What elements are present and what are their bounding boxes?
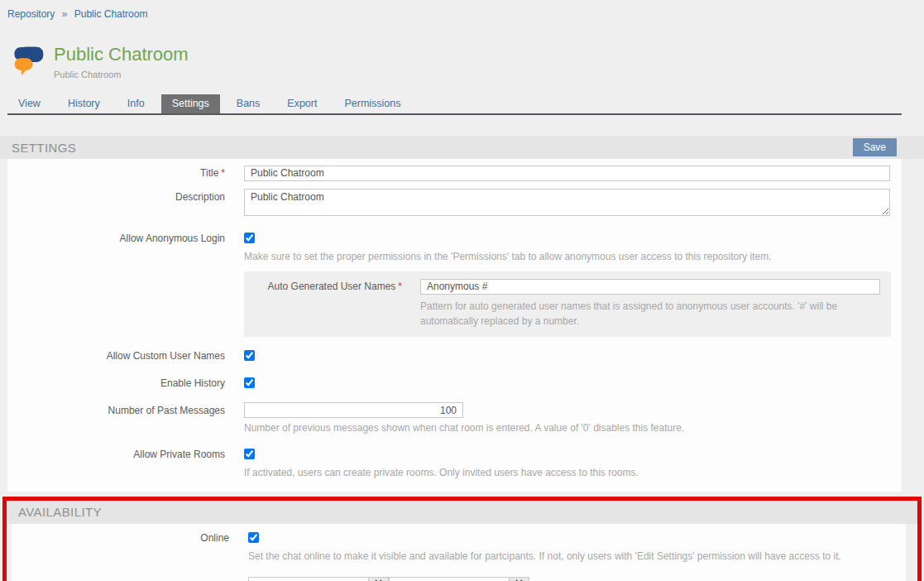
period-start-group: [248, 577, 389, 581]
tab-view[interactable]: View: [7, 94, 51, 113]
settings-section-header: SETTINGS Save: [0, 136, 924, 159]
number-of-past-messages-row: Number of Past Messages Number of previo…: [7, 402, 902, 436]
online-label: Online: [12, 530, 248, 544]
availability-section-title: AVAILABILITY: [18, 505, 102, 519]
period-start-input[interactable]: [248, 577, 369, 581]
enable-history-label: Enable History: [7, 375, 244, 389]
required-asterisk: *: [221, 167, 225, 179]
period-end-calendar-button[interactable]: [510, 577, 529, 581]
allow-custom-user-names-row: Allow Custom User Names: [7, 348, 902, 364]
tab-info[interactable]: Info: [117, 94, 156, 113]
enable-history-checkbox[interactable]: [244, 377, 255, 388]
allow-anonymous-login-checkbox[interactable]: [244, 233, 255, 243]
availability-form-panel: Online Set the chat online to make it vi…: [12, 524, 906, 581]
online-help: Set the chat online to make it visible a…: [248, 550, 902, 564]
title-label: Title*: [7, 165, 244, 179]
allow-private-rooms-label: Allow Private Rooms: [7, 446, 244, 460]
period-row: Period: [12, 577, 906, 581]
description-row: Description Public Chatroom: [7, 189, 902, 219]
online-row: Online Set the chat online to make it vi…: [12, 530, 906, 564]
number-of-past-messages-label: Number of Past Messages: [7, 402, 244, 416]
allow-private-rooms-row: Allow Private Rooms If activated, users …: [7, 446, 902, 480]
period-label: Period: [12, 577, 248, 581]
period-end-input[interactable]: [389, 577, 510, 581]
tab-settings[interactable]: Settings: [161, 94, 220, 113]
tab-bans[interactable]: Bans: [226, 94, 271, 113]
period-end-group: [389, 577, 529, 581]
allow-private-rooms-checkbox[interactable]: [244, 449, 255, 459]
auto-generated-user-names-label-text: Auto Generated User Names: [268, 281, 396, 292]
auto-generated-user-names-panel: Auto Generated User Names* Pattern for a…: [244, 271, 891, 337]
allow-anonymous-login-label: Allow Anonymous Login: [7, 230, 244, 244]
breadcrumb: Repository » Public Chatroom: [0, 0, 924, 20]
description-label: Description: [7, 189, 244, 203]
allow-anonymous-login-row: Allow Anonymous Login Make sure to set t…: [7, 230, 902, 264]
allow-anonymous-login-help: Make sure to set the proper permissions …: [244, 250, 898, 264]
required-asterisk: *: [398, 281, 402, 292]
tab-history[interactable]: History: [57, 94, 111, 113]
auto-generated-user-names-input[interactable]: [420, 279, 880, 295]
allow-custom-user-names-label: Allow Custom User Names: [7, 348, 244, 362]
tab-permissions[interactable]: Permissions: [333, 94, 411, 113]
title-label-text: Title: [200, 167, 218, 179]
page-header: Public Chatroom Public Chatroom: [12, 43, 924, 79]
title-row: Title*: [7, 165, 902, 181]
allow-private-rooms-help: If activated, users can create private r…: [244, 466, 898, 480]
settings-form-panel: Title* Description Public Chatroom Allow…: [7, 159, 902, 492]
availability-section-header: AVAILABILITY: [7, 501, 917, 524]
auto-generated-user-names-label: Auto Generated User Names*: [244, 278, 420, 292]
breadcrumb-separator: »: [62, 8, 68, 20]
number-of-past-messages-input[interactable]: [244, 402, 463, 418]
save-button-top[interactable]: Save: [853, 138, 897, 156]
tab-bar: View History Info Settings Bans Export P…: [7, 94, 902, 115]
allow-custom-user-names-checkbox[interactable]: [244, 350, 255, 361]
settings-section-title: SETTINGS: [12, 141, 76, 155]
chat-bubbles-icon: [12, 43, 45, 79]
description-textarea[interactable]: Public Chatroom: [244, 189, 890, 216]
period-start-calendar-button[interactable]: [369, 577, 389, 581]
enable-history-row: Enable History: [7, 375, 902, 391]
auto-generated-user-names-help: Pattern for auto generated user names th…: [420, 299, 883, 329]
title-input[interactable]: [244, 166, 890, 181]
availability-highlight-box: AVAILABILITY Online Set the chat online …: [2, 497, 922, 581]
number-of-past-messages-help: Number of previous messages shown when c…: [244, 421, 898, 435]
online-checkbox[interactable]: [248, 532, 259, 543]
tab-export[interactable]: Export: [276, 94, 328, 113]
breadcrumb-repository-link[interactable]: Repository: [7, 8, 55, 20]
breadcrumb-current-link[interactable]: Public Chatroom: [74, 8, 148, 20]
page-title: Public Chatroom: [54, 45, 189, 65]
page-subtitle: Public Chatroom: [54, 70, 189, 79]
